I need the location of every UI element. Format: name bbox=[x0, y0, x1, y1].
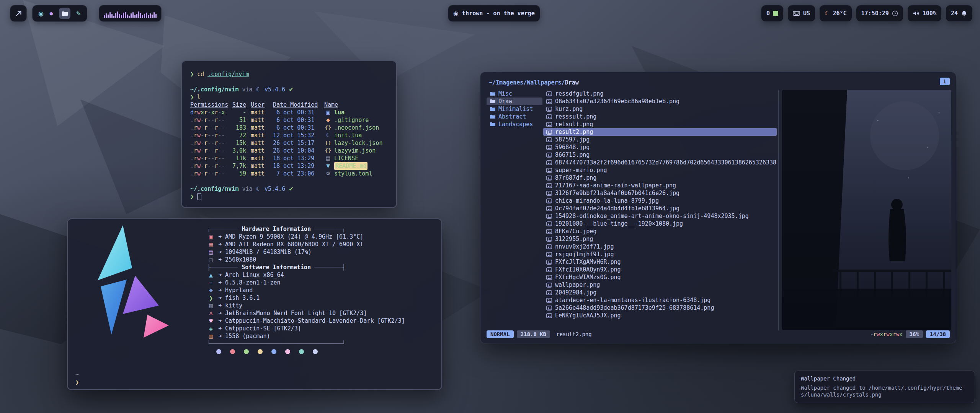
listing-row: .rw-r--r--72matt12 oct 15:32☾init.lua bbox=[190, 132, 388, 139]
file-row[interactable]: chica-mirando-la-luna-8799.jpg bbox=[543, 197, 777, 205]
user-cell: matt bbox=[251, 132, 268, 139]
visualizer-bar bbox=[154, 12, 155, 18]
font-icon: A bbox=[207, 310, 215, 317]
folder-icon bbox=[490, 99, 495, 104]
file-row[interactable]: kurz.png bbox=[543, 105, 777, 113]
user-cell: matt bbox=[251, 147, 268, 154]
file-row[interactable]: 8FKa7Cu.jpeg bbox=[543, 228, 777, 235]
fastfetch-window[interactable]: ┌──────── Hardware Information ────────┐… bbox=[67, 218, 442, 390]
launcher-button[interactable] bbox=[10, 5, 27, 22]
image-file-icon bbox=[546, 221, 552, 226]
file-row[interactable]: FXfcHgcWIAMzs0G.png bbox=[543, 273, 777, 281]
file-row[interactable]: 866715.png bbox=[543, 151, 777, 159]
sidebar-folder[interactable]: Abstract bbox=[487, 113, 542, 120]
image-file-icon bbox=[546, 267, 552, 272]
kernel-icon: ≡ bbox=[207, 279, 215, 287]
terminal-window[interactable]: ❯ cd .config/nvim ~/.config/nvim via ☾ v… bbox=[181, 60, 397, 208]
file-row[interactable]: re1sult.png bbox=[543, 120, 777, 128]
file-row[interactable]: 08a634fa02a32364f69ebc86a98eb1eb.png bbox=[543, 98, 777, 105]
file-row[interactable]: ressdfgult.png bbox=[543, 90, 777, 98]
volume-module[interactable]: 100% bbox=[907, 5, 942, 22]
gear-file-icon: ⚙ bbox=[324, 170, 332, 177]
visualizer-bar bbox=[132, 12, 134, 18]
notifications-count: 24 bbox=[951, 10, 958, 17]
file-row[interactable]: EeNKYgIUcAAJ5JX.png bbox=[543, 312, 777, 319]
file-manager-window[interactable]: ~/Imagenes/Wallpapers/Draw 1 MiscDrawMin… bbox=[480, 72, 956, 343]
tab-indicator[interactable]: 1 bbox=[940, 78, 950, 85]
visualizer-widget[interactable] bbox=[99, 5, 162, 22]
sidebar-folder[interactable]: Misc bbox=[487, 90, 542, 98]
date-cell: 18 oct 13:29 bbox=[273, 162, 320, 170]
file-row[interactable]: 3126f7e9bbf21a8a4af0b67b041c6e26.jpg bbox=[543, 189, 777, 197]
file-row[interactable]: 587597.jpg bbox=[543, 136, 777, 143]
keyboard-layout-module[interactable]: US bbox=[787, 5, 815, 22]
size-cell: - bbox=[230, 109, 246, 116]
visualizer-bar bbox=[140, 13, 141, 18]
clock-module[interactable]: 17:50:29 bbox=[856, 5, 903, 22]
file-row[interactable]: FXfcII0X0AQyn9X.png bbox=[543, 266, 777, 273]
notification-popup[interactable]: Wallpaper Changed Wallpaper changed to /… bbox=[794, 371, 975, 403]
file-row[interactable]: result2.png bbox=[543, 128, 777, 136]
listing-row: drwxr-xr-x-matt 6 oct 00:31▣lua bbox=[190, 109, 388, 116]
user-cell: matt bbox=[251, 109, 268, 116]
sidebar-folder[interactable]: Landscapes bbox=[487, 120, 542, 128]
name-cell: {}.neoconf.json bbox=[324, 124, 388, 132]
visualizer-bar bbox=[113, 16, 114, 18]
json-file-icon: {} bbox=[324, 147, 332, 154]
weather-module[interactable]: ☾ 26°C bbox=[819, 5, 852, 22]
name-cell: ▣lua bbox=[324, 109, 388, 116]
display-row: ▢ ➜ 980x413 bbox=[207, 256, 405, 263]
permissions-cell: .rw-r--r-- bbox=[190, 124, 225, 132]
arrow-icon: ➜ bbox=[218, 325, 222, 332]
file-row[interactable]: resssult.png bbox=[543, 113, 777, 120]
updates-count: 0 bbox=[766, 10, 770, 17]
command-argument: .config/nvim bbox=[207, 70, 249, 78]
file-row[interactable]: 68747470733a2f2f696d616765732d7769786d70… bbox=[543, 159, 777, 166]
workspace-dot-icon[interactable]: ● bbox=[49, 11, 53, 16]
workspace-folder-icon[interactable] bbox=[59, 8, 70, 19]
file-row[interactable]: wallpaper.png bbox=[543, 281, 777, 289]
file-row[interactable]: nnvuv0xj2df71.jpg bbox=[543, 243, 777, 250]
file-row[interactable]: 5a266e448add93deab367d87173e9f25-6837886… bbox=[543, 304, 777, 312]
workspace-disc-icon[interactable]: ◉ bbox=[38, 10, 44, 17]
file-row[interactable]: 20492984.jpg bbox=[543, 289, 777, 296]
file-row[interactable]: 217167-sad-anime-rain-wallpaper.png bbox=[543, 182, 777, 189]
file-row[interactable]: 19201080-__blue-tinge__-1920×1080.jpg bbox=[543, 220, 777, 228]
listing-header-cell: User bbox=[251, 101, 268, 109]
listing-header-cell: Name bbox=[324, 101, 388, 109]
permissions-cell: .rw-r--r-- bbox=[190, 154, 225, 162]
user-cell: matt bbox=[251, 116, 268, 124]
prompt-symbol[interactable]: ❯ bbox=[75, 379, 79, 386]
file-row[interactable]: FXfcJlTXgAMvH6R.png bbox=[543, 258, 777, 266]
file-row[interactable]: 0c794faf07de24a4db4d4fb1eb813964.jpg bbox=[543, 205, 777, 212]
user-cell: matt bbox=[251, 154, 268, 162]
file-row[interactable]: atardecer-en-la-montanas-ilustracion-634… bbox=[543, 296, 777, 304]
clock-label: 17:50:29 bbox=[861, 10, 889, 17]
file-row[interactable]: rsjqojlmjhf91.jpg bbox=[543, 250, 777, 258]
file-row[interactable]: 87r687df.png bbox=[543, 174, 777, 182]
listing-row: .rw-r--r--59matt 7 oct 23:06⚙stylua.toml bbox=[190, 170, 388, 177]
visualizer-bar bbox=[142, 15, 143, 18]
music-disc-icon: ◉ bbox=[453, 10, 458, 17]
image-file-icon bbox=[546, 153, 552, 158]
sidebar-folder[interactable]: Minimalist bbox=[487, 105, 542, 113]
visualizer-bar bbox=[104, 15, 105, 18]
file-row[interactable]: super-mario.png bbox=[543, 166, 777, 174]
os-arch-icon: ▲ bbox=[207, 272, 215, 279]
file-row[interactable]: 596848.jpg bbox=[543, 143, 777, 151]
file-row[interactable]: 154928-odinokoe_anime-art-anime-okno-sin… bbox=[543, 212, 777, 220]
image-file-icon bbox=[546, 183, 552, 188]
sidebar-folder[interactable]: Draw bbox=[487, 98, 542, 105]
image-file-icon bbox=[546, 252, 552, 257]
user-cell: matt bbox=[251, 170, 268, 177]
workspace-pen-icon[interactable]: ✎ bbox=[76, 10, 81, 17]
updates-icon bbox=[773, 11, 778, 16]
music-player-pill[interactable]: ◉ thrown - on the verge bbox=[448, 5, 540, 22]
file-row[interactable]: 3122955.png bbox=[543, 235, 777, 243]
prompt-status-line: ~/.config/nvim via ☾ v5.4.6 ✔ bbox=[190, 185, 388, 193]
date-cell: 12 oct 15:32 bbox=[273, 132, 320, 139]
updates-module[interactable]: 0 bbox=[761, 5, 784, 22]
notifications-module[interactable]: 24 bbox=[946, 5, 973, 22]
image-file-icon bbox=[546, 160, 552, 165]
prompt-input-line[interactable]: ❯ bbox=[190, 193, 388, 200]
